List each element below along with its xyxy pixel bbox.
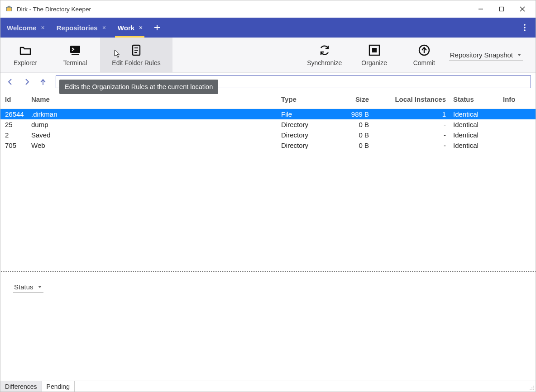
tooltip: Edits the Organization Rules at the curr… xyxy=(59,80,218,94)
table-row[interactable]: 26544.dirkmanFile989 B1Identical xyxy=(0,109,536,120)
svg-rect-9 xyxy=(70,46,80,53)
svg-marker-19 xyxy=(517,54,521,56)
bottom-tab-pending[interactable]: Pending xyxy=(42,381,75,392)
bottom-tab-differences[interactable]: Differences xyxy=(0,381,42,392)
bottom-tab-label: Differences xyxy=(5,383,37,390)
col-size[interactable]: Size xyxy=(327,91,373,109)
toolbar-label: Terminal xyxy=(63,59,87,66)
svg-point-7 xyxy=(524,27,526,28)
close-icon[interactable]: × xyxy=(139,24,143,31)
cell-size: 989 B xyxy=(327,109,373,120)
cell-id: 26544 xyxy=(0,109,28,120)
titlebar: Dirk - The Directory Keeper xyxy=(0,0,536,18)
col-type[interactable]: Type xyxy=(278,91,327,109)
cell-name: Web xyxy=(28,140,278,151)
svg-point-24 xyxy=(533,387,534,388)
cell-status: Identical xyxy=(450,109,499,120)
commit-button[interactable]: Commit xyxy=(399,38,449,72)
tab-label: Welcome xyxy=(7,24,37,32)
maximize-button[interactable] xyxy=(491,2,512,16)
terminal-button[interactable]: Terminal xyxy=(50,38,100,72)
table-row[interactable]: 705WebDirectory0 B-Identical xyxy=(0,140,536,151)
cell-status: Identical xyxy=(450,140,499,151)
organize-button[interactable]: Organize xyxy=(349,38,399,72)
tab-label: Repositories xyxy=(57,24,98,32)
svg-point-22 xyxy=(533,386,534,387)
commit-icon xyxy=(418,44,431,57)
minimize-button[interactable] xyxy=(470,2,491,16)
resize-grip-icon[interactable] xyxy=(528,384,535,391)
cell-info xyxy=(499,140,536,151)
cell-local: - xyxy=(373,140,450,151)
cell-info xyxy=(499,109,536,120)
cell-info xyxy=(499,130,536,140)
cell-name: Saved xyxy=(28,130,278,140)
cell-size: 0 B xyxy=(327,130,373,140)
app-icon xyxy=(5,5,13,13)
cell-type: Directory xyxy=(278,130,327,140)
bottom-tab-label: Pending xyxy=(47,383,70,390)
svg-rect-16 xyxy=(372,48,377,52)
cell-size: 0 B xyxy=(327,119,373,130)
nav-back-button[interactable] xyxy=(3,75,18,89)
sync-icon xyxy=(318,44,331,57)
tab-work[interactable]: Work × xyxy=(111,18,148,38)
snapshot-label: Repository Snapshot xyxy=(450,51,513,59)
overflow-menu-button[interactable] xyxy=(514,18,536,38)
cell-type: Directory xyxy=(278,140,327,151)
cell-name: .dirkman xyxy=(28,109,278,120)
window-title: Dirk - The Directory Keeper xyxy=(17,6,91,13)
new-tab-button[interactable] xyxy=(148,18,166,38)
tab-label: Work xyxy=(118,24,134,32)
table-empty-area xyxy=(0,151,536,270)
col-local[interactable]: Local Instances xyxy=(373,91,450,109)
table-row[interactable]: 25dumpDirectory0 B-Identical xyxy=(0,119,536,130)
svg-point-27 xyxy=(533,389,534,390)
cell-id: 25 xyxy=(0,119,28,130)
svg-point-26 xyxy=(531,389,532,390)
edit-folder-rules-button[interactable]: Edit Folder Rules xyxy=(100,38,172,72)
toolbar-label: Explorer xyxy=(14,59,37,66)
svg-point-8 xyxy=(524,29,526,31)
toolbar: Explorer Terminal Edit Folder Rules Sync… xyxy=(0,38,536,73)
status-dropdown[interactable]: Status xyxy=(13,282,43,293)
toolbar-label: Organize xyxy=(361,59,387,66)
svg-point-25 xyxy=(530,389,531,390)
chevron-down-icon xyxy=(517,51,522,59)
tooltip-text: Edits the Organization Rules at the curr… xyxy=(65,83,213,90)
cell-status: Identical xyxy=(450,119,499,130)
tabstrip: Welcome × Repositories × Work × xyxy=(0,18,536,38)
synchronize-button[interactable]: Synchronize xyxy=(300,38,349,72)
nav-forward-button[interactable] xyxy=(19,75,34,89)
close-icon[interactable]: × xyxy=(41,24,45,31)
snapshot-dropdown[interactable]: Repository Snapshot xyxy=(449,38,536,72)
rules-icon xyxy=(130,44,143,57)
toolbar-label: Edit Folder Rules xyxy=(112,59,160,66)
cell-local: - xyxy=(373,119,450,130)
toolbar-label: Synchronize xyxy=(307,59,342,66)
cell-name: dump xyxy=(28,119,278,130)
cell-status: Identical xyxy=(450,130,499,140)
lower-panel: Status xyxy=(0,272,536,381)
col-id[interactable]: Id xyxy=(0,91,28,109)
tab-welcome[interactable]: Welcome × xyxy=(0,18,50,38)
status-label: Status xyxy=(14,283,34,291)
table-row[interactable]: 2SavedDirectory0 B-Identical xyxy=(0,130,536,140)
svg-point-23 xyxy=(531,387,532,388)
col-status[interactable]: Status xyxy=(450,91,499,109)
tab-repositories[interactable]: Repositories × xyxy=(50,18,111,38)
cell-id: 2 xyxy=(0,130,28,140)
svg-rect-1 xyxy=(500,7,504,11)
col-info[interactable]: Info xyxy=(499,91,536,109)
svg-point-6 xyxy=(524,24,526,26)
folder-icon xyxy=(19,44,32,57)
cell-local: - xyxy=(373,130,450,140)
chevron-down-icon xyxy=(37,283,43,291)
nav-up-button[interactable] xyxy=(36,75,50,89)
close-button[interactable] xyxy=(512,2,533,16)
svg-rect-10 xyxy=(72,54,79,55)
explorer-button[interactable]: Explorer xyxy=(0,38,50,72)
svg-marker-21 xyxy=(38,286,42,288)
toolbar-label: Commit xyxy=(413,59,435,66)
close-icon[interactable]: × xyxy=(102,24,106,31)
